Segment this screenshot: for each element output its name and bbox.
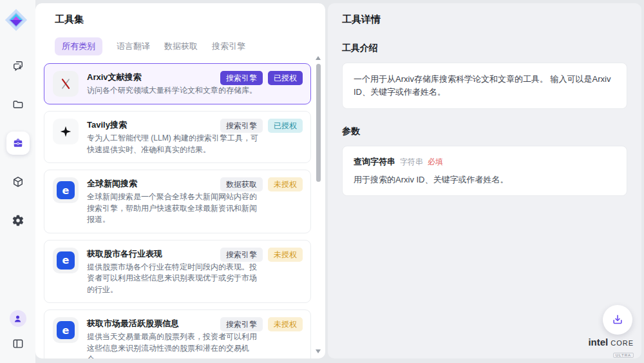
category-badge: 搜索引擎 [220, 119, 263, 133]
app-logo-icon[interactable] [4, 8, 28, 32]
list-scrollbar[interactable] [316, 56, 321, 353]
intro-text: 一个用于从Arxiv存储库搜索科学论文和文章的工具。 输入可以是Arxiv ID… [354, 73, 616, 99]
intel-wordmark: intel [588, 337, 608, 348]
tab-search-engine[interactable]: 搜索引擎 [212, 37, 245, 55]
stock-tool-logo-icon: e [53, 317, 79, 343]
ultra-badge: ULTRA [613, 353, 634, 358]
category-badge: 搜索引擎 [220, 317, 263, 331]
intro-heading: 工具介绍 [342, 43, 627, 54]
toolset-title: 工具集 [55, 14, 306, 26]
sidebar-item-toolbox[interactable] [6, 132, 30, 155]
tool-card-arxiv[interactable]: Arxiv文献搜索 访问各个研究领域大量科学论文和文章的存储库。 搜索引擎 已授… [44, 63, 311, 104]
core-wordmark: core [611, 337, 634, 348]
auth-status-badge: 已授权 [268, 71, 303, 85]
app-sidebar [0, 0, 35, 363]
param-description: 用于搜索的Arxiv ID、关键字或作者姓名。 [354, 174, 616, 186]
user-avatar[interactable] [10, 310, 26, 327]
tool-card-most-active-stocks[interactable]: e 获取市场最活跃股票信息 提供当天交易量最高的股票列表，投资者可以利用这些信息… [44, 309, 311, 358]
category-tabs: 所有类别 语言翻译 数据获取 搜索引擎 [55, 37, 306, 55]
user-icon [13, 314, 23, 324]
category-badge: 搜索引擎 [220, 248, 263, 262]
param-required-badge: 必填 [428, 157, 443, 168]
tavily-sparkle-icon [53, 119, 79, 144]
auth-status-badge: 未授权 [268, 248, 303, 262]
sidebar-item-files[interactable] [6, 93, 30, 116]
param-name: 查询字符串 [354, 156, 395, 168]
intel-core-logo: intelcore ULTRA [588, 337, 634, 359]
news-search-logo-icon: e [53, 177, 79, 203]
cube-icon [12, 175, 24, 188]
auth-status-badge: 未授权 [268, 177, 303, 191]
toolset-panel: 工具集 所有类别 语言翻译 数据获取 搜索引擎 Arxiv文献搜索 访问各个研究… [35, 3, 325, 358]
category-badge: 搜索引擎 [220, 71, 263, 85]
param-type: 字符串 [400, 157, 423, 168]
stock-tool-logo-icon: e [53, 248, 79, 273]
auth-status-badge: 未授权 [268, 317, 303, 331]
tool-description: 提供股票市场各个行业在特定时间段内的表现。投资者可以利用这些信息来识别表现优于或… [87, 262, 262, 296]
tool-card-global-news[interactable]: e 全球新闻搜索 全球新闻搜索是一个聚合全球各大新闻网站内容的搜索引擎，帮助用户… [44, 170, 311, 233]
tool-card-sector-performance[interactable]: e 获取股市各行业表现 提供股票市场各个行业在特定时间段内的表现。投资者可以利用… [44, 240, 311, 304]
intro-box: 一个用于从Arxiv存储库搜索科学论文和文章的工具。 输入可以是Arxiv ID… [342, 63, 627, 109]
params-heading: 参数 [342, 126, 627, 137]
toolbox-icon [12, 137, 24, 150]
download-icon [611, 313, 624, 326]
tab-data-acquisition[interactable]: 数据获取 [164, 37, 198, 55]
arxiv-logo-icon [53, 71, 79, 97]
param-box: 查询字符串 字符串 必填 用于搜索的Arxiv ID、关键字或作者姓名。 [342, 146, 627, 196]
sidebar-item-packages[interactable] [6, 170, 30, 193]
tab-all-categories[interactable]: 所有类别 [55, 37, 102, 55]
auth-status-badge: 已授权 [268, 119, 303, 133]
collapse-sidebar-button[interactable] [10, 336, 26, 351]
tool-description: 提供当天交易量最高的股票列表，投资者可以利用这些信息来识别流动性强的股票和潜在的… [87, 331, 262, 358]
scroll-up-arrow-icon[interactable] [316, 56, 321, 60]
download-button[interactable] [603, 305, 632, 335]
tool-detail-panel: 工具详情 工具介绍 一个用于从Arxiv存储库搜索科学论文和文章的工具。 输入可… [328, 3, 641, 358]
tool-card-list: Arxiv文献搜索 访问各个研究领域大量科学论文和文章的存储库。 搜索引擎 已授… [35, 63, 325, 358]
chat-icon [12, 59, 24, 72]
sidebar-item-chat[interactable] [6, 54, 30, 77]
sidebar-item-settings[interactable] [6, 209, 30, 232]
tool-description: 访问各个研究领域大量科学论文和文章的存储库。 [87, 85, 262, 97]
category-badge: 数据获取 [220, 177, 263, 191]
tool-description: 专为人工智能代理 (LLM) 构建的搜索引擎工具，可快速提供实时、准确和真实的结… [87, 133, 262, 155]
folder-icon [12, 98, 24, 111]
detail-title: 工具详情 [342, 14, 627, 26]
panel-layout-icon [12, 337, 24, 350]
tool-description: 全球新闻搜索是一个聚合全球各大新闻网站内容的搜索引擎，帮助用户快速获取全球最新资… [87, 191, 262, 226]
scrollbar-thumb[interactable] [316, 64, 321, 182]
tool-card-tavily[interactable]: Tavily搜索 专为人工智能代理 (LLM) 构建的搜索引擎工具，可快速提供实… [44, 111, 311, 163]
scroll-down-arrow-icon[interactable] [316, 349, 321, 353]
gear-icon [12, 214, 24, 227]
tab-language-translation[interactable]: 语言翻译 [117, 37, 150, 55]
